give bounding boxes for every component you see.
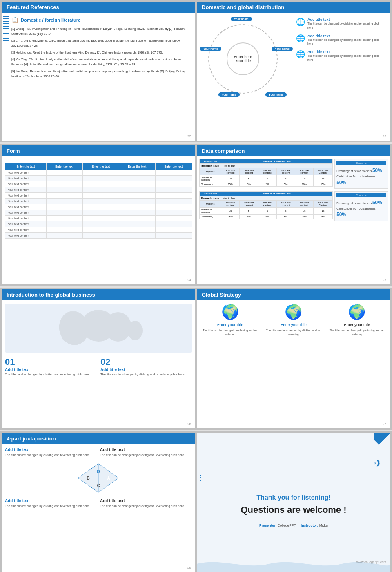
slide-24-header: Form [2, 145, 195, 156]
svg-point-4 [62, 329, 71, 342]
name-bottom-left: Your name [218, 92, 240, 97]
num-01: 01 [5, 357, 96, 367]
item2-desc: The title can be changed by clicking and… [307, 38, 385, 46]
slide-26-header: Introduction to the global business [2, 289, 195, 300]
slide-26-title: Introduction to the global business [7, 292, 95, 298]
item3-title: Add title text [307, 50, 385, 54]
paper-plane-icon: ✈ [374, 458, 382, 469]
svg-text:D: D [97, 469, 100, 474]
sidebar-line [3, 38, 9, 39]
part4-desc: The title can be changed by clicking and… [100, 504, 192, 509]
concerns-text-2: Percentage of new customers 50% Contribu… [336, 199, 386, 219]
form-content: Enter the text Enter the text Enter the … [2, 156, 195, 242]
slide-27: Global Strategy 🌍 Enter your title The t… [197, 289, 390, 428]
table-row: Your text content [5, 221, 192, 227]
page-num-26: 26 [187, 422, 191, 426]
sidebar-line [3, 36, 9, 36]
col-header-2: Enter the text [46, 163, 82, 170]
concerns-title-2: Concerns [336, 193, 386, 197]
right-panel: 🌐 Add title text The title can be change… [294, 16, 387, 98]
svg-text:A: A [107, 476, 110, 480]
table-row: Number of samples 35 5 6 5 35 15 [200, 207, 333, 214]
ref-list: [1] Cheng Rui. Investigation and Thinkin… [11, 27, 190, 79]
center-text-line2: Your title [235, 59, 251, 63]
slide-28-header: 4-part juxtaposition [2, 433, 195, 444]
ref-item-3: [3] He Ling xiu. Read the history of the… [11, 50, 190, 55]
slide-23-header: Domestic and global distribution [197, 2, 390, 13]
page-num-25: 25 [383, 278, 386, 282]
corner-decoration [374, 433, 390, 449]
slide-25-header: Data comparison [197, 145, 390, 156]
slide-28: 4-part juxtaposition Add title text The … [2, 433, 195, 572]
col-header-4: Enter the text [119, 163, 155, 170]
center-text-line1: Enter here [234, 55, 252, 59]
item1-title: Add title text [307, 18, 385, 22]
title-01: Add title text [5, 367, 96, 372]
presenter-label: Presenter: [259, 523, 276, 527]
form-table: Enter the text Enter the text Enter the … [5, 163, 192, 239]
sidebar-line [3, 31, 9, 31]
table-row: Your text content [5, 233, 192, 239]
items-grid: 01 Add title text The title can be chang… [5, 357, 192, 377]
globe-icon-s1: 🌍 [200, 304, 260, 320]
thankyou-content: Thank you for listening! Questions are w… [197, 433, 390, 572]
concerns-box-2: Concerns Percentage of new customers 50%… [334, 191, 388, 221]
slide-22-header: Featured References [2, 2, 195, 13]
title-item-2: 🌐 Add title text The title can be change… [296, 34, 385, 46]
ref-item-5: [5] Ma Gong. Research on multi-objective… [11, 69, 190, 79]
map-svg [5, 304, 192, 353]
sidebar-line [3, 21, 9, 22]
part1-desc: The title can be changed by clicking and… [5, 453, 97, 458]
col-header-1: Enter the text [5, 163, 47, 170]
table-row: Your text content [5, 181, 192, 187]
book-icon: 📋 [11, 17, 18, 23]
page-num-22: 22 [187, 134, 191, 138]
ref-item-2: [2] Li Yu, Xu Zheng Zheng. On Chinese tr… [11, 38, 190, 48]
concerns-box-1: Concerns Percentage of new customers 50%… [334, 159, 388, 189]
left-lines [200, 475, 201, 481]
name-right: Your name [272, 47, 293, 51]
table-row: Your text content [5, 176, 192, 181]
part4-title: Add title text [100, 498, 192, 503]
strategy-desc-3: The title can be changed by clicking and… [327, 328, 387, 337]
title-02: Add title text [100, 367, 192, 372]
slide-24-title: Form [7, 148, 20, 154]
name-bottom-right: Your name [265, 92, 287, 97]
table-row: Your text content [5, 193, 192, 199]
page-num-27: 27 [383, 422, 386, 426]
svg-text:C: C [97, 483, 100, 488]
page-num-24: 24 [187, 278, 191, 282]
slide-27-header: Global Strategy [197, 289, 390, 300]
instructor-val: Mr.Lu [319, 523, 328, 527]
col-header-3: Enter the text [82, 163, 119, 170]
presenter-val: CollegePPT [277, 523, 296, 527]
part-2: Add title text The title can be changed … [100, 447, 192, 458]
ref-section-title: Domestic / foreign literature [21, 18, 80, 22]
four-part-grid: Add title text The title can be changed … [5, 447, 192, 458]
part-1: Add title text The title can be changed … [5, 447, 97, 458]
four-part-bottom: Add title text The title can be changed … [5, 498, 192, 509]
wave-decoration [197, 556, 390, 572]
item3-desc: The title can be changed by clicking and… [307, 54, 385, 62]
questions-text: Questions are welcome ! [241, 505, 346, 515]
world-map [5, 304, 192, 353]
circle-diagram: Enter here Your title Your name Your nam… [200, 16, 293, 98]
table-row: Your text content [5, 216, 192, 221]
strategy-desc-1: The title can be changed by clicking and… [200, 328, 260, 337]
ref-item-4: [4] Xia Ying. CAI Li Inter. Study on the… [11, 57, 190, 67]
title-item-3: 🌐 Add title text The title can be change… [296, 50, 385, 62]
page-num-23: 23 [383, 134, 386, 138]
strategy-title-2: Enter your title [263, 323, 323, 327]
svg-point-2 [105, 312, 131, 342]
strategy-item-3: 🌍 Enter your title The title can be chan… [327, 304, 387, 337]
title-item-1: 🌐 Add title text The title can be change… [296, 18, 385, 30]
table-row: Your text content [5, 227, 192, 233]
strategy-item-2: 🌍 Enter your title The title can be chan… [263, 304, 323, 337]
sidebar-line [3, 33, 9, 34]
strategy-desc-2: The title can be changed by clicking and… [263, 328, 323, 337]
svg-point-3 [128, 321, 143, 340]
part1-title: Add title text [5, 447, 97, 452]
global-strategy-content: 🌍 Enter your title The title can be chan… [197, 300, 390, 340]
slide-25: Data comparison How to buy Number of sam… [197, 145, 390, 284]
instructor-label: Instructor: [301, 523, 318, 527]
